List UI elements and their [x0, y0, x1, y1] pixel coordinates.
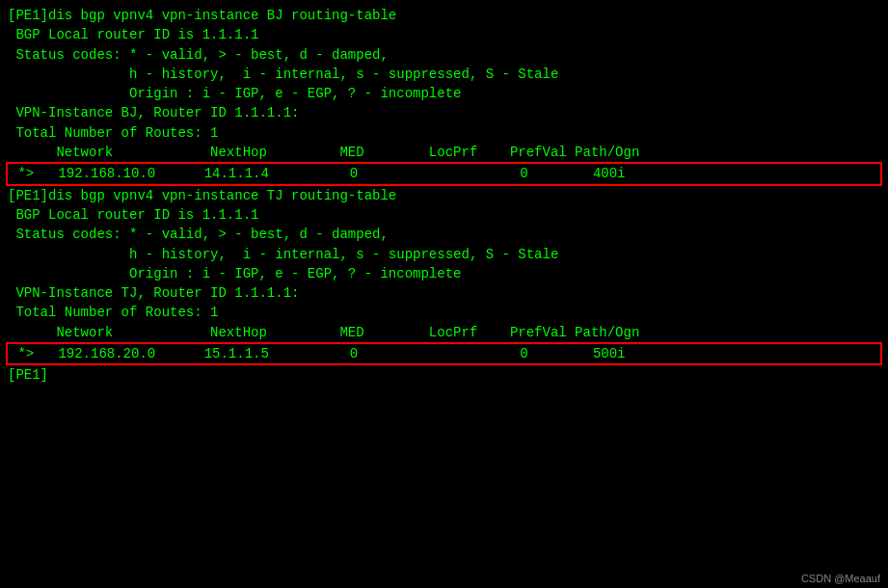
terminal-line: BGP Local router ID is 1.1.1.1	[8, 205, 880, 225]
terminal-line: Status codes: * - valid, > - best, d - d…	[8, 45, 880, 65]
terminal-line: h - history, i - internal, s - suppresse…	[8, 65, 880, 84]
terminal-line: Origin : i - IGP, e - EGP, ? - incomplet…	[8, 264, 880, 283]
highlighted-route-row: *> 192.168.10.0 14.1.1.4 0 0 400i	[6, 162, 882, 185]
terminal-line: BGP Local router ID is 1.1.1.1	[8, 25, 880, 44]
terminal-line: h - history, i - internal, s - suppresse…	[8, 245, 880, 264]
terminal-line: Origin : i - IGP, e - EGP, ? - incomplet…	[8, 84, 880, 103]
terminal-line: [PE1]dis bgp vpnv4 vpn-instance BJ routi…	[8, 6, 880, 25]
terminal-line: Network NextHop MED LocPrf PrefVal Path/…	[8, 143, 880, 162]
terminal-line: VPN-Instance BJ, Router ID 1.1.1.1:	[8, 103, 880, 122]
terminal-line: VPN-Instance TJ, Router ID 1.1.1.1:	[8, 283, 880, 303]
terminal: [PE1]dis bgp vpnv4 vpn-instance BJ routi…	[0, 0, 888, 588]
terminal-line: Total Number of Routes: 1	[8, 303, 880, 322]
terminal-line: [PE1]dis bgp vpnv4 vpn-instance TJ routi…	[8, 186, 880, 205]
watermark: CSDN @Meaauf	[801, 573, 880, 584]
terminal-line: Network NextHop MED LocPrf PrefVal Path/…	[8, 323, 880, 342]
prompt-line[interactable]: [PE1]	[8, 365, 880, 385]
terminal-line: Total Number of Routes: 1	[8, 123, 880, 143]
terminal-line: Status codes: * - valid, > - best, d - d…	[8, 225, 880, 244]
highlighted-route-row: *> 192.168.20.0 15.1.1.5 0 0 500i	[6, 342, 882, 365]
